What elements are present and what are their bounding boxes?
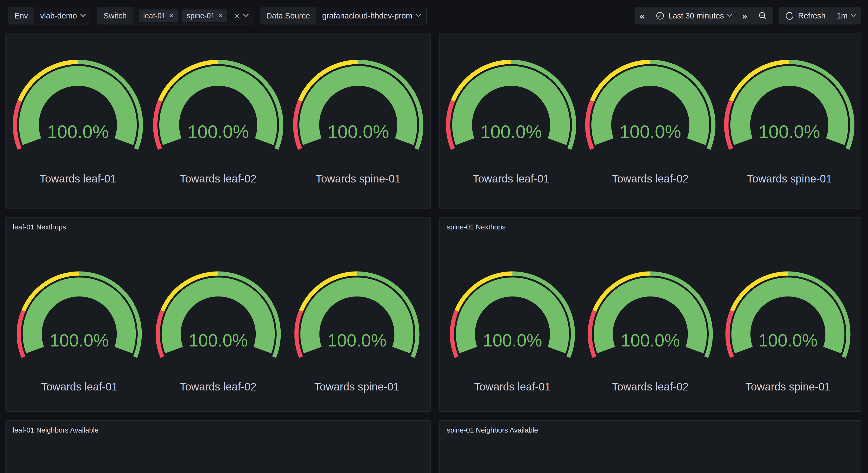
switch-value-dropdown[interactable]: leaf-01 × spine-01 × × <box>133 7 254 24</box>
datasource-label: Data Source <box>260 7 316 24</box>
chevron-down-icon <box>416 12 421 17</box>
chevron-down-icon <box>243 12 249 17</box>
switch-tag-label: spine-01 <box>187 12 215 20</box>
gauge-arc: 100.0% <box>443 57 579 152</box>
gauge-label: Towards spine-01 <box>746 381 831 393</box>
gauge-value: 100.0% <box>188 331 248 350</box>
panel-r1-left: 100.0%Towards leaf-01100.0%Towards leaf-… <box>5 33 431 209</box>
gauge-arc: 100.0% <box>292 269 422 360</box>
refresh-button[interactable]: Refresh <box>779 7 831 24</box>
gauge-label: Towards leaf-01 <box>40 173 116 185</box>
switch-tag-spine-01[interactable]: spine-01 × <box>182 9 227 22</box>
gauge: 100.0%Towards spine-01 <box>292 269 422 393</box>
time-range-label: Last 30 minutes <box>669 11 724 20</box>
gauge: 100.0%Towards leaf-02 <box>585 269 715 393</box>
gauge-value: 100.0% <box>480 121 542 142</box>
gauge-value: 100.0% <box>327 121 389 142</box>
chevron-down-icon <box>80 12 86 17</box>
gauge: 100.0%Towards spine-01 <box>290 57 426 185</box>
gauge-value: 100.0% <box>758 331 817 350</box>
gauge-label: Towards leaf-01 <box>41 381 118 393</box>
gauge: 100.0%Towards leaf-01 <box>447 269 578 393</box>
gauge-arc: 100.0% <box>583 57 718 152</box>
panel-r2-left: leaf-01 Nexthops100.0%Towards leaf-01100… <box>5 217 431 412</box>
panel-title[interactable]: leaf-01 Neighbors Available <box>6 421 105 435</box>
gauge: 100.0%Towards leaf-02 <box>150 57 286 185</box>
gauge: 100.0%Towards leaf-02 <box>153 269 283 393</box>
gauge-arc: 100.0% <box>290 57 426 152</box>
switch-tag-label: leaf-01 <box>143 12 166 20</box>
gauge-value: 100.0% <box>619 121 681 142</box>
gauge: 100.0%Towards leaf-02 <box>583 57 718 185</box>
time-controls: « Last 30 minutes » <box>634 7 774 24</box>
gauge-label: Towards leaf-01 <box>473 173 549 185</box>
gauge-arc: 100.0% <box>10 57 146 152</box>
gauge-value: 100.0% <box>327 331 386 350</box>
datasource-value-dropdown[interactable]: grafanacloud-hhdev-prom <box>316 7 426 24</box>
refresh-icon <box>785 11 794 20</box>
time-and-refresh-controls: « Last 30 minutes » <box>634 7 861 24</box>
gauge-label: Towards spine-01 <box>316 173 401 185</box>
gauge-value: 100.0% <box>620 331 680 350</box>
time-shift-forward-button[interactable]: » <box>737 7 752 24</box>
gauge-label: Towards leaf-01 <box>474 381 551 393</box>
gauge-arc: 100.0% <box>721 57 857 152</box>
gauge: 100.0%Towards leaf-01 <box>14 269 145 393</box>
panel-r1-right: 100.0%Towards leaf-01100.0%Towards leaf-… <box>439 33 861 209</box>
panel-r3-left: leaf-01 Neighbors Available <box>5 420 431 473</box>
variable-controls: Env vlab-demo Switch leaf-01 × spine-01 … <box>8 7 427 24</box>
panel-title[interactable]: spine-01 Neighbors Available <box>440 421 545 435</box>
gauge-arc: 100.0% <box>150 57 286 152</box>
remove-tag-icon[interactable]: × <box>218 12 223 20</box>
panel-title[interactable]: spine-01 Nexthops <box>440 217 513 231</box>
gauge-label: Towards leaf-02 <box>180 381 256 393</box>
gauge: 100.0%Towards leaf-01 <box>443 57 579 185</box>
gauge-arc: 100.0% <box>723 269 853 360</box>
gauge-label: Towards leaf-02 <box>612 173 688 185</box>
gauge-value: 100.0% <box>187 121 249 142</box>
gauge-value: 100.0% <box>50 331 109 350</box>
switch-variable: Switch leaf-01 × spine-01 × × <box>97 7 254 24</box>
chevron-down-icon <box>850 12 856 17</box>
switch-tag-leaf-01[interactable]: leaf-01 × <box>139 9 178 22</box>
time-range-picker[interactable]: Last 30 minutes <box>650 7 737 24</box>
gauge-value: 100.0% <box>758 121 820 142</box>
env-value: vlab-demo <box>40 11 77 20</box>
env-label: Env <box>8 7 34 24</box>
gauge-label: Towards leaf-02 <box>612 381 688 393</box>
env-variable: Env vlab-demo <box>8 7 91 24</box>
gauge-row: 100.0%Towards leaf-01100.0%Towards leaf-… <box>440 33 861 208</box>
gauge-label: Towards spine-01 <box>314 381 400 393</box>
refresh-interval-dropdown[interactable]: 1m <box>831 7 861 24</box>
env-value-dropdown[interactable]: vlab-demo <box>34 7 91 24</box>
chevron-down-icon <box>727 12 732 17</box>
remove-tag-icon[interactable]: × <box>169 12 174 20</box>
gauge-row: 100.0%Towards leaf-01100.0%Towards leaf-… <box>440 250 861 411</box>
clear-all-icon[interactable]: × <box>234 11 240 20</box>
gauge-arc: 100.0% <box>153 269 283 360</box>
time-shift-back-button[interactable]: « <box>635 7 650 24</box>
gauge-label: Towards leaf-02 <box>180 173 256 185</box>
gauge-arc: 100.0% <box>447 269 578 360</box>
gauge-arc: 100.0% <box>14 269 145 360</box>
zoom-out-icon <box>758 11 768 21</box>
gauge-value: 100.0% <box>483 331 542 350</box>
datasource-value: grafanacloud-hhdev-prom <box>322 11 412 20</box>
gauge: 100.0%Towards leaf-01 <box>10 57 146 185</box>
gauge-row: 100.0%Towards leaf-01100.0%Towards leaf-… <box>6 33 431 208</box>
clock-icon <box>655 11 665 20</box>
gauge: 100.0%Towards spine-01 <box>721 57 857 185</box>
refresh-label: Refresh <box>798 11 826 20</box>
zoom-out-button[interactable] <box>752 7 773 24</box>
switch-label: Switch <box>97 7 133 24</box>
gauge: 100.0%Towards spine-01 <box>723 269 853 393</box>
gauge-arc: 100.0% <box>585 269 715 360</box>
variables-toolbar: Env vlab-demo Switch leaf-01 × spine-01 … <box>8 7 861 24</box>
panel-r3-right: spine-01 Neighbors Available <box>439 420 861 473</box>
gauge-label: Towards spine-01 <box>747 173 832 185</box>
panel-r2-right: spine-01 Nexthops100.0%Towards leaf-0110… <box>439 217 861 412</box>
datasource-variable: Data Source grafanacloud-hhdev-prom <box>260 7 427 24</box>
panel-title[interactable]: leaf-01 Nexthops <box>6 217 73 231</box>
gauge-value: 100.0% <box>47 121 109 142</box>
refresh-controls: Refresh 1m <box>779 7 861 24</box>
